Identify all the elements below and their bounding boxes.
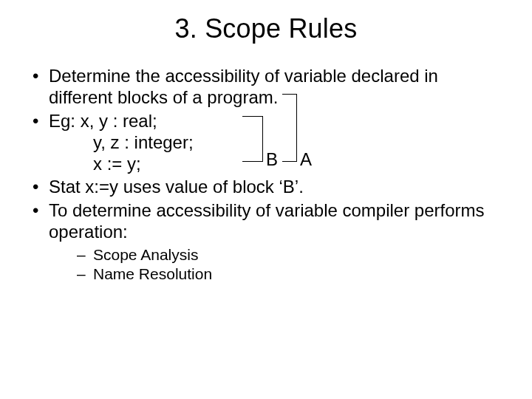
label-a: A — [300, 149, 312, 170]
bullet-2: Eg: x, y : real; y, z : integer; x := y;… — [27, 110, 505, 175]
bullet-1-text: Determine the accessibility of variable … — [49, 66, 438, 107]
sub-2: Name Resolution — [49, 265, 505, 284]
bracket-a-shape — [282, 94, 297, 162]
bullet-2-text: Eg: x, y : real; — [49, 111, 157, 131]
bullet-3: Stat x:=y uses value of block ‘B’. — [27, 176, 505, 197]
bullet-2-line3: x := y; B A — [49, 153, 505, 174]
label-b: B — [266, 149, 278, 170]
slide-title: 3. Scope Rules — [27, 13, 505, 44]
bullet-2-line3-text: x := y; — [93, 154, 141, 174]
bullet-3-text: Stat x:=y uses value of block ‘B’. — [49, 177, 304, 197]
bullet-list: Determine the accessibility of variable … — [27, 65, 505, 284]
sub-1-text: Scope Analysis — [93, 246, 198, 263]
bullet-4: To determine accessibility of variable c… — [27, 200, 505, 284]
bullet-4-text: To determine accessibility of variable c… — [49, 200, 485, 242]
bullet-1: Determine the accessibility of variable … — [27, 65, 505, 109]
bracket-b-shape — [242, 116, 263, 162]
sub-2-text: Name Resolution — [93, 265, 212, 282]
slide: 3. Scope Rules Determine the accessibili… — [0, 0, 532, 399]
sub-list: Scope Analysis Name Resolution — [49, 245, 505, 284]
sub-1: Scope Analysis — [49, 245, 505, 265]
